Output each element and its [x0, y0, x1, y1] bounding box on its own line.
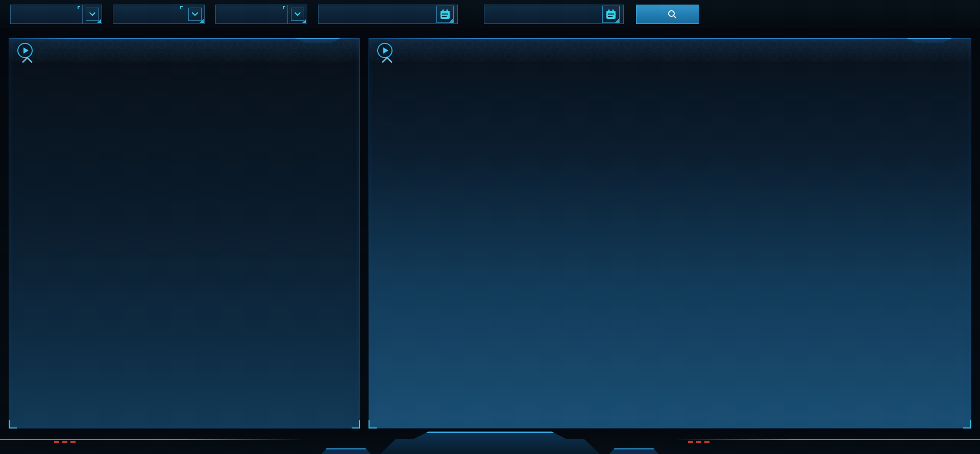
play-icon: [377, 43, 393, 58]
date-to-input[interactable]: [484, 5, 624, 24]
chevron-down-icon: [291, 8, 304, 21]
footer-decoration: [0, 428, 980, 454]
plant-select[interactable]: [10, 5, 102, 24]
dashboard: [0, 0, 980, 454]
footer-side-emblem: [322, 448, 371, 454]
chevron-up-decoration: [382, 57, 393, 67]
chevron-box: [287, 5, 307, 23]
search-icon: [668, 10, 677, 19]
query-button[interactable]: [636, 5, 699, 24]
toolbar: [0, 0, 980, 28]
corner-decoration: [180, 6, 183, 9]
chevron-down-icon: [188, 8, 202, 21]
footer-red-marks: [54, 441, 79, 443]
panel-corner: [963, 420, 971, 428]
corner-decoration: [283, 6, 285, 9]
source-select[interactable]: [215, 5, 307, 24]
calendar-icon[interactable]: [436, 6, 454, 23]
static-info-panel: [9, 38, 360, 428]
static-panel-header: [9, 39, 359, 62]
panel-corner: [352, 420, 360, 428]
corner-decoration: [78, 6, 80, 9]
dynamic-info-panel: [369, 38, 971, 428]
footer-line-left: [0, 439, 306, 440]
chevron-box: [82, 5, 102, 23]
static-sections: [9, 62, 359, 66]
footer-side-emblem: [609, 448, 658, 454]
footer-red-marks: [688, 441, 713, 443]
panel-corner: [9, 420, 17, 428]
calendar-icon[interactable]: [602, 6, 620, 23]
dynamic-panel-header: [369, 39, 971, 62]
chevron-box: [185, 5, 204, 23]
panel-corner: [369, 420, 377, 428]
footer-center-emblem: [380, 432, 600, 454]
play-icon: [17, 43, 33, 58]
chevron-down-icon: [86, 8, 99, 21]
date-from-input[interactable]: [318, 5, 458, 24]
footer-line-right: [674, 439, 980, 440]
unit-select[interactable]: [113, 5, 205, 24]
